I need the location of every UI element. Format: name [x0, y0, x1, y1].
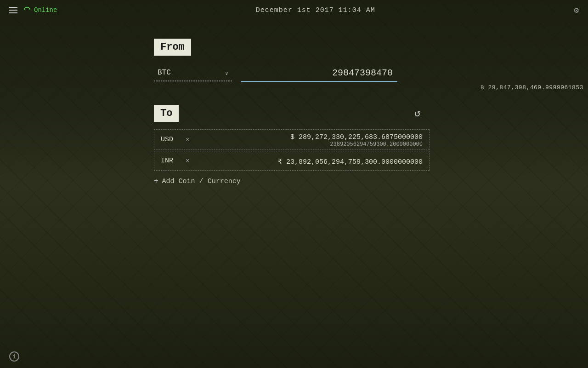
top-left: Online: [9, 6, 57, 14]
usd-main-value: $ 289,272,330,225,683.6875000000: [193, 133, 423, 141]
to-section: To ↻ USD × $ 289,272,330,225,683.6875000…: [154, 105, 588, 185]
from-section: From BTC ETH LTC XRP ฿ 29,847,398,469.99…: [154, 39, 588, 91]
top-bar: Online December 1st 2017 11:04 AM ⚙: [0, 0, 588, 20]
currency-select-wrapper[interactable]: BTC ETH LTC XRP: [154, 65, 232, 81]
btc-converted-value: ฿ 29,847,398,469.9999961853: [154, 84, 588, 91]
wifi-icon: [23, 7, 31, 13]
add-coin-label: Add Coin / Currency: [162, 178, 241, 185]
plus-icon: +: [154, 177, 158, 185]
from-currency-select[interactable]: BTC ETH LTC XRP: [154, 65, 232, 81]
inr-conversion-row: INR × ₹ 23,892,056,294,759,300.000000000…: [154, 151, 430, 171]
usd-remove-button[interactable]: ×: [182, 136, 193, 144]
inr-currency-label: INR: [154, 151, 182, 170]
info-label: i: [12, 353, 16, 360]
from-label: From: [154, 39, 191, 56]
online-status: Online: [23, 6, 57, 14]
inr-value: ₹ 23,892,056,294,759,300.0000000000: [193, 154, 429, 168]
usd-sub-value: 23892056294759300.2000000000: [193, 141, 423, 148]
main-content: From BTC ETH LTC XRP ฿ 29,847,398,469.99…: [0, 20, 588, 185]
inr-main-value: ₹ 23,892,056,294,759,300.0000000000: [193, 157, 423, 166]
bottom-bar: i: [9, 351, 19, 362]
usd-conversion-row: USD × $ 289,272,330,225,683.6875000000 2…: [154, 129, 430, 150]
datetime-display: December 1st 2017 11:04 AM: [256, 6, 375, 14]
settings-icon[interactable]: ⚙: [574, 5, 579, 15]
inr-remove-button[interactable]: ×: [182, 157, 193, 165]
online-label: Online: [34, 6, 57, 14]
info-button[interactable]: i: [9, 351, 19, 362]
usd-value: $ 289,272,330,225,683.6875000000 2389205…: [193, 130, 429, 150]
to-header: To ↻: [154, 105, 430, 122]
to-label: To: [154, 105, 179, 122]
from-row: BTC ETH LTC XRP: [154, 65, 588, 82]
refresh-icon[interactable]: ↻: [414, 107, 420, 120]
add-coin-row[interactable]: + Add Coin / Currency: [154, 177, 588, 185]
menu-button[interactable]: [9, 7, 17, 13]
usd-currency-label: USD: [154, 130, 182, 149]
from-amount-input[interactable]: [241, 65, 397, 82]
